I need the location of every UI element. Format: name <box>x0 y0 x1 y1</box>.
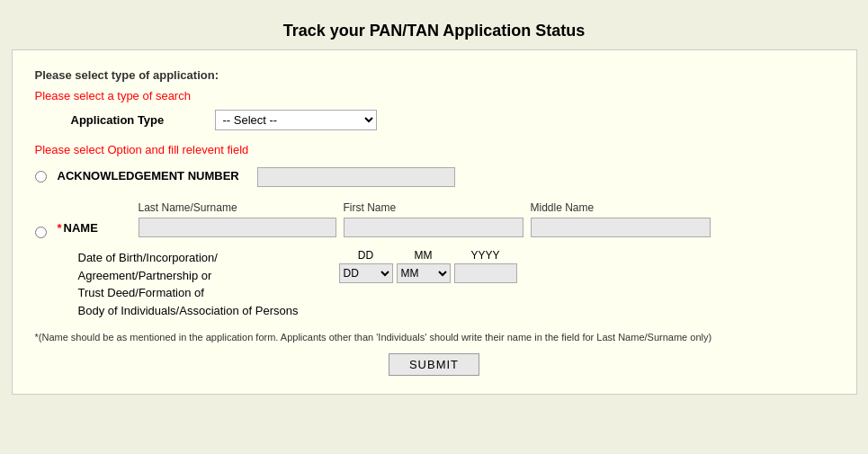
section-label: Please select type of application: <box>35 68 834 82</box>
last-name-input[interactable] <box>139 218 336 237</box>
ack-radio-row: ACKNOWLEDGEMENT NUMBER <box>35 167 834 187</box>
ack-content: ACKNOWLEDGEMENT NUMBER <box>58 167 834 187</box>
option-section-label: Please select Option and fill relevent f… <box>35 143 834 156</box>
app-type-select[interactable]: -- Select -- PAN TAN <box>215 110 377 130</box>
dob-labels-row: DD MM YYYY <box>339 249 517 262</box>
dob-dd-label: DD <box>339 249 393 262</box>
required-star: * <box>58 221 62 235</box>
dob-mm-select[interactable]: MM <box>397 263 451 283</box>
dob-yyyy-input[interactable] <box>454 263 517 283</box>
footer-note: *(Name should be as mentioned in the app… <box>35 332 834 343</box>
ack-radio[interactable] <box>35 171 47 182</box>
app-type-row: Application Type -- Select -- PAN TAN <box>71 110 834 130</box>
ack-label: ACKNOWLEDGEMENT NUMBER <box>58 169 239 182</box>
dob-dd-select[interactable]: DD <box>339 263 393 283</box>
dob-label: Date of Birth/Incorporation/Agreement/Pa… <box>78 249 330 319</box>
ack-input[interactable] <box>257 167 455 187</box>
app-type-label: Application Type <box>71 113 215 127</box>
form-container: Please select type of application: Pleas… <box>12 49 857 395</box>
page-title: Track your PAN/TAN Application Status <box>9 9 859 49</box>
submit-row: SUBMIT <box>35 353 834 376</box>
dob-row: Date of Birth/Incorporation/Agreement/Pa… <box>78 249 834 319</box>
name-radio-row: Last Name/Surname First Name Middle Name… <box>35 201 834 238</box>
name-radio[interactable] <box>35 227 47 238</box>
submit-button[interactable]: SUBMIT <box>389 353 479 376</box>
ack-row-inner: ACKNOWLEDGEMENT NUMBER <box>58 167 834 187</box>
dob-selects-row: DD MM <box>339 263 517 283</box>
name-row-label: * NAME <box>58 221 131 235</box>
dob-yyyy-label: YYYY <box>454 249 517 262</box>
middle-name-label: Middle Name <box>531 201 711 214</box>
name-label-text: NAME <box>64 221 98 235</box>
dob-mm-label: MM <box>397 249 451 262</box>
name-fields-wrapper: Last Name/Surname First Name Middle Name… <box>58 201 834 237</box>
last-name-label: Last Name/Surname <box>139 201 336 214</box>
name-content: Last Name/Surname First Name Middle Name… <box>58 201 834 237</box>
middle-name-input[interactable] <box>531 218 711 237</box>
error-type: Please select a type of search <box>35 89 834 102</box>
first-name-label: First Name <box>344 201 523 214</box>
name-inputs-row: * NAME <box>58 218 834 237</box>
dob-fields: DD MM YYYY DD MM <box>339 249 517 283</box>
first-name-input[interactable] <box>344 218 523 237</box>
